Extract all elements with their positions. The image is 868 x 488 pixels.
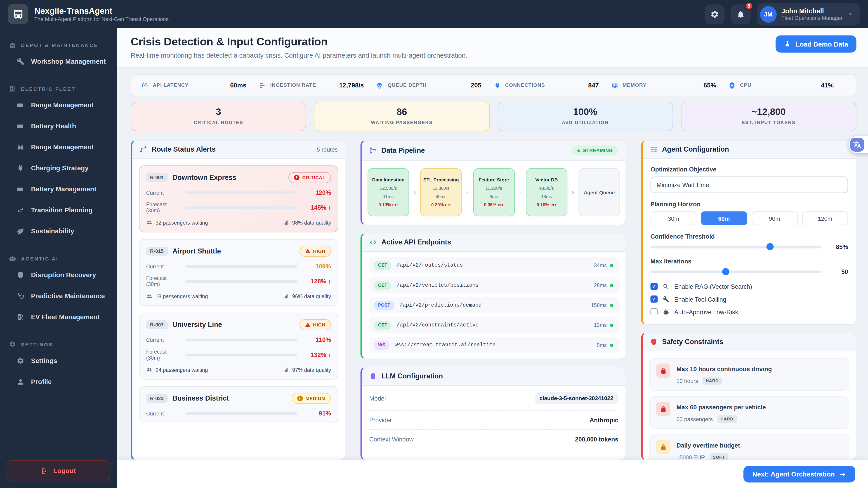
agent-config-header: Agent Configuration [643, 140, 856, 159]
checkbox[interactable] [651, 308, 658, 315]
safety-constraint-max-60-passengers-per-vehicle: Max 60 passengers per vehicle60 passenge… [649, 396, 849, 429]
tools-icon [662, 296, 669, 302]
toggle-auto-approve-low-risk[interactable]: Auto-Approve Low-Risk [651, 308, 848, 315]
kpi-cards: 3CRITICAL ROUTES86WAITING PASSENGERS100%… [131, 102, 857, 131]
bar-label: Current [146, 190, 181, 196]
endpoint-path: /api/v2/routes/status [397, 262, 463, 268]
sidebar-item-ev-fleet-management[interactable]: EV Fleet Management [0, 306, 117, 328]
sidebar-item-charging-strategy[interactable]: Charging Strategy [0, 158, 117, 179]
info-icon: i [297, 396, 303, 401]
signal-icon [283, 293, 289, 299]
signal-icon [283, 220, 289, 226]
sidebar-item-predictive-maintenance[interactable]: Predictive Maintenance [0, 286, 117, 306]
sidebar-item-range-management[interactable]: Range Management [0, 95, 117, 116]
swap-icon [17, 206, 24, 214]
severity-badge: iMEDIUM [291, 393, 331, 404]
sidebar-item-settings[interactable]: Settings [0, 350, 117, 371]
severity-label: MEDIUM [305, 396, 326, 401]
translate-widget[interactable] [848, 136, 868, 153]
severity-label: CRITICAL [302, 175, 326, 180]
sidebar-section-header: ELECTRIC FLEET [0, 83, 117, 94]
load-bar-row: Forecast (30m)132% ↑ [146, 349, 331, 361]
cpu-icon [728, 82, 736, 89]
logout-button[interactable]: Logout [6, 460, 110, 482]
sidebar-item-workshop-management[interactable]: Workshop Management [0, 51, 117, 72]
safety-title: Safety Constraints [662, 338, 723, 346]
user-role: Fleet Operations Manager [781, 15, 842, 21]
signal-icon [283, 367, 289, 373]
user-menu[interactable]: JM John Mitchell Fleet Operations Manage… [756, 3, 860, 25]
metric-label: MEMORY [622, 83, 647, 88]
llm-row-provider: ProviderAnthropic [369, 411, 618, 430]
confidence-slider[interactable] [651, 246, 822, 248]
confidence-slider-thumb[interactable] [767, 243, 774, 250]
toggle-enable-tool-calling[interactable]: ✓Enable Tool Calling [651, 295, 848, 303]
toggle-enable-rag-vector-search[interactable]: ✓Enable RAG (Vector Search) [651, 283, 848, 290]
section-label: SETTINGS [21, 341, 53, 347]
horizon-button-90m[interactable]: 90m [751, 212, 798, 225]
bar-value: 120% [302, 189, 331, 196]
toggle-label: Enable RAG (Vector Search) [674, 283, 752, 290]
kpi-card-waiting-passengers: 86WAITING PASSENGERS [314, 102, 490, 131]
checkbox[interactable]: ✓ [651, 283, 658, 290]
route-card-r-023: R-023Business DistrictiMEDIUMCurrent91% [139, 386, 338, 423]
streaming-badge: STREAMING [572, 145, 618, 156]
notifications-button[interactable]: 5 [731, 4, 750, 24]
metric-value: 41% [821, 82, 834, 88]
sidebar-item-disruption-recovery[interactable]: Disruption Recovery [0, 265, 117, 286]
constraint-value: 60 passengers [677, 416, 713, 422]
lock-icon [659, 405, 667, 413]
iterations-slider[interactable] [651, 270, 822, 273]
user-name: John Mitchell [781, 7, 842, 15]
horizon-button-60m[interactable]: 60m [701, 212, 747, 225]
horizon-button-30m[interactable]: 30m [651, 212, 697, 225]
sidebar-item-transition-planning[interactable]: Transition Planning [0, 200, 117, 221]
route-name: University Line [173, 321, 222, 328]
gear-icon [17, 357, 24, 365]
sidebar-item-battery-management[interactable]: Battery Management [0, 179, 117, 200]
sidebar-item-range-management[interactable]: Range Management [0, 137, 117, 158]
next-agent-orchestration-button[interactable]: Next: Agent Orchestration [743, 466, 855, 482]
severity-label: HIGH [313, 322, 326, 327]
objective-label: Optimization Objective [651, 166, 848, 173]
settings-button[interactable] [705, 4, 724, 24]
toggle-label: Enable Tool Calling [674, 296, 726, 302]
http-method-badge: WS [374, 340, 389, 349]
http-method-badge: POST [374, 301, 394, 310]
sidebar-item-label: Predictive Maintenance [31, 292, 105, 300]
alert-icon: ! [294, 175, 299, 180]
route-id-badge: R-015 [146, 247, 167, 256]
constraint-type-badge: HARD [703, 377, 722, 385]
sidebar-item-battery-health[interactable]: Battery Health [0, 116, 117, 137]
pipeline-icon [369, 147, 377, 154]
sidebar-item-sustainability[interactable]: Sustainability [0, 221, 117, 242]
person-icon [17, 378, 24, 386]
system-metrics-bar: API LATENCY60msINGESTION RATE12,798/sQUE… [131, 74, 857, 96]
robot-icon [662, 308, 669, 315]
route-id-badge: R-007 [146, 320, 167, 329]
sidebar-item-label: Range Management [31, 143, 94, 151]
iterations-slider-thumb[interactable] [722, 268, 730, 275]
kpi-card-avg-utilization: 100%AVG UTILIZATION [497, 102, 673, 131]
gear-icon [710, 10, 719, 19]
sliders-icon [650, 145, 657, 153]
route-card-r-007: R-007University LineHIGHCurrent110%Forec… [139, 313, 338, 380]
horizon-button-120m[interactable]: 120m [802, 212, 848, 225]
safety-constraint-daily-overtime-budget: Daily overtime budget15000 EURSOFT [649, 434, 849, 460]
endpoints-title: Active API Endpoints [381, 238, 451, 246]
people-icon [146, 293, 152, 299]
sidebar-item-profile[interactable]: Profile [0, 371, 117, 392]
objective-select[interactable]: Minimize Wait Time [651, 176, 848, 193]
metric-value: 205 [471, 82, 481, 88]
unlock-icon-box [656, 440, 671, 454]
warn-icon [305, 249, 310, 254]
bar-track [185, 191, 297, 194]
llm-header: LLM Configuration [362, 367, 626, 386]
llm-rows: Modelclaude-3-5-sonnet-20241022ProviderA… [362, 386, 626, 450]
load-demo-data-button[interactable]: Load Demo Data [776, 35, 857, 53]
checkbox[interactable]: ✓ [651, 295, 658, 303]
sidebar-section-header: DEPOT & MAINTENANCE [0, 39, 117, 51]
sidebar-nav: DEPOT & MAINTENANCEWorkshop ManagementEL… [0, 34, 117, 455]
metric-label: CPU [740, 83, 751, 88]
pipeline-stage-data-ingestion: Data Ingestion12,500/s11ms0.10% err [368, 168, 409, 216]
